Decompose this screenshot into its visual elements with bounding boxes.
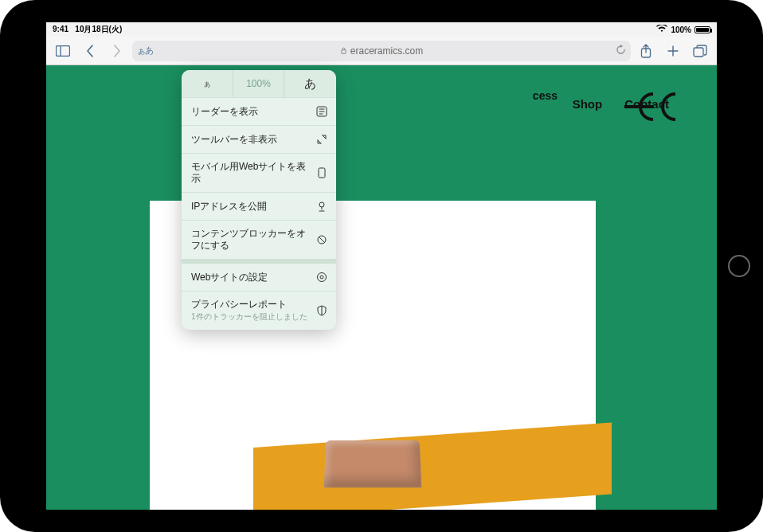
svg-point-9: [318, 273, 327, 282]
status-time: 9:41: [53, 25, 68, 33]
location-icon: [315, 200, 328, 213]
nav-shop[interactable]: Shop: [573, 97, 603, 111]
tabs-button[interactable]: [688, 40, 712, 62]
svg-rect-6: [319, 168, 325, 178]
lock-icon: [340, 47, 347, 54]
hide-toolbar-item[interactable]: ツールバーを非表示: [182, 125, 336, 153]
site-settings-item[interactable]: Webサイトの設定: [182, 259, 336, 291]
privacy-sub: 1件のトラッカーを阻止しました: [191, 312, 311, 323]
share-button[interactable]: [634, 40, 658, 62]
svg-point-10: [320, 276, 323, 279]
privacy-label: プライバシーレポート: [191, 299, 287, 310]
status-right: 100%: [656, 25, 710, 34]
site-logo[interactable]: [623, 89, 685, 127]
forward-button: [105, 40, 129, 62]
url-center: eraceramics.com: [132, 45, 631, 57]
site-header: cess Shop Contact: [46, 65, 717, 145]
url-text: eraceramics.com: [350, 45, 423, 57]
battery-percent: 100%: [671, 25, 691, 34]
zoom-out-button[interactable]: ぁ: [182, 70, 233, 97]
browser-toolbar: ぁあ eraceramics.com: [46, 37, 717, 65]
wifi-icon: [656, 25, 667, 34]
home-button[interactable]: [728, 255, 750, 277]
battery-icon: [695, 26, 710, 33]
clay-block: [324, 440, 422, 487]
mobile-icon: [315, 166, 328, 179]
url-bar[interactable]: ぁあ eraceramics.com: [132, 41, 631, 61]
gear-icon: [315, 271, 328, 284]
mobile-site-item[interactable]: モバイル用Webサイトを表示: [182, 153, 336, 192]
new-tab-button[interactable]: [661, 40, 685, 62]
svg-rect-2: [342, 50, 346, 54]
back-button[interactable]: [78, 40, 102, 62]
svg-point-7: [319, 202, 324, 207]
show-ip-item[interactable]: IPアドレスを公開: [182, 192, 336, 220]
reader-icon: [315, 105, 328, 118]
status-left: 9:41 10月18日(火): [53, 24, 122, 35]
svg-rect-0: [57, 45, 70, 56]
show-reader-item[interactable]: リーダーを表示: [182, 97, 336, 125]
privacy-report-item[interactable]: プライバシーレポート 1件のトラッカーを阻止しました: [182, 291, 336, 330]
status-date: 10月18日(火): [75, 25, 122, 33]
status-bar: 9:41 10月18日(火) 100%: [46, 22, 717, 37]
expand-icon: [315, 133, 328, 146]
zoom-value[interactable]: 100%: [233, 70, 285, 97]
nav-partial: cess: [533, 89, 558, 102]
svg-rect-4: [694, 48, 703, 57]
shield-icon: [315, 304, 328, 317]
blockers-off-item[interactable]: コンテンツブロッカーをオフにする: [182, 220, 336, 259]
zoom-row: ぁ 100% あ: [182, 70, 336, 97]
aa-popover: ぁ 100% あ リーダーを表示 ツールバーを非表示 モバイル用Webサイトを表…: [182, 70, 336, 330]
sidebar-button[interactable]: [51, 40, 75, 62]
zoom-in-button[interactable]: あ: [284, 70, 336, 97]
blocker-off-icon: [315, 233, 328, 246]
page-content: cess Shop Contact: [46, 65, 717, 510]
